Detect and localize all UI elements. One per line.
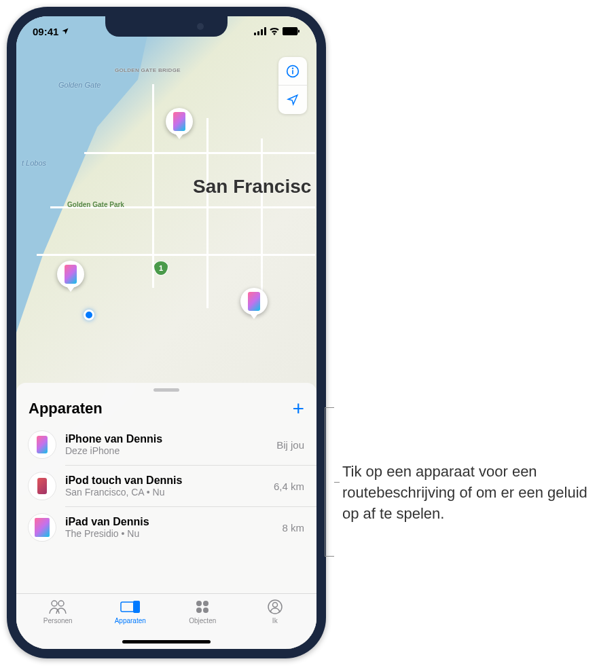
status-left: 09:41 <box>33 26 69 37</box>
device-subtitle: San Francisco, CA • Nu <box>65 487 264 498</box>
map-road <box>206 118 209 308</box>
device-pin-ipod[interactable] <box>240 288 268 315</box>
svg-rect-11 <box>121 602 134 612</box>
sheet-grabber[interactable] <box>153 388 179 392</box>
tab-label: Personen <box>43 617 73 624</box>
status-right <box>254 27 300 35</box>
items-icon <box>195 599 210 614</box>
tab-label: Apparaten <box>115 617 146 624</box>
user-location-dot <box>84 310 94 320</box>
map-park-label: Golden Gate Park <box>67 201 124 208</box>
svg-point-15 <box>196 608 202 613</box>
device-distance: 6,4 km <box>274 481 304 492</box>
add-device-button[interactable]: + <box>292 398 304 419</box>
map-info-button[interactable] <box>278 57 307 86</box>
svg-point-9 <box>52 601 57 606</box>
device-thumb <box>29 514 56 541</box>
device-distance: 8 km <box>282 522 304 534</box>
device-icon <box>65 265 77 284</box>
map-road <box>152 84 154 288</box>
map-locate-button[interactable] <box>278 86 307 114</box>
svg-rect-2 <box>261 29 263 35</box>
phone-frame: 09:41 San Francisc Golden Gate t Lobos G… <box>7 7 326 658</box>
notch <box>105 16 228 37</box>
device-name: iPad van Dennis <box>65 516 272 528</box>
callout-bracket <box>325 407 334 557</box>
svg-point-10 <box>58 601 64 606</box>
sheet-title: Apparaten <box>29 400 103 417</box>
svg-rect-12 <box>133 601 140 613</box>
tab-label: Ik <box>272 617 278 624</box>
device-pin-ipad[interactable] <box>166 108 193 135</box>
battery-icon <box>283 27 300 35</box>
device-icon <box>173 112 185 131</box>
device-subtitle: Deze iPhone <box>65 445 267 456</box>
svg-rect-4 <box>283 27 297 35</box>
home-indicator[interactable] <box>122 640 211 643</box>
sheet-header: Apparaten + <box>16 398 316 424</box>
people-icon <box>48 599 67 614</box>
person-icon <box>268 599 283 614</box>
map-water-label: t Lobos <box>22 159 46 167</box>
location-arrow-icon <box>287 94 299 106</box>
map-road <box>84 152 315 154</box>
svg-point-16 <box>203 608 209 613</box>
devices-sheet[interactable]: Apparaten + iPhone van Dennis Deze iPhon… <box>16 383 316 649</box>
map-city-label: San Francisc <box>193 176 311 198</box>
callout-tick <box>334 482 340 483</box>
info-icon <box>286 64 300 78</box>
status-time: 09:41 <box>33 26 58 37</box>
svg-rect-0 <box>254 33 256 35</box>
highway-shield: 1 <box>153 261 168 276</box>
device-subtitle: The Presidio • Nu <box>65 528 272 539</box>
location-arrow-icon <box>61 27 69 35</box>
device-distance: Bij jou <box>276 439 304 451</box>
map-water <box>16 16 151 333</box>
map-controls <box>278 57 307 114</box>
annotation-callout: Tik op een apparaat voor een routebeschr… <box>340 421 604 524</box>
device-list: iPhone van Dennis Deze iPhone Bij jou iP… <box>16 424 316 593</box>
device-row-ipad[interactable]: iPad van Dennis The Presidio • Nu 8 km <box>16 507 316 548</box>
cellular-icon <box>254 27 266 35</box>
svg-rect-5 <box>298 30 300 33</box>
device-name: iPod touch van Dennis <box>65 474 264 487</box>
svg-point-14 <box>203 601 209 606</box>
tab-people[interactable]: Personen <box>22 598 94 649</box>
ipad-icon <box>35 518 50 537</box>
wifi-icon <box>269 27 280 35</box>
svg-point-13 <box>196 601 202 606</box>
tab-me[interactable]: Ik <box>239 598 312 649</box>
ipod-icon <box>37 478 47 494</box>
device-thumb <box>29 472 56 500</box>
devices-icon <box>120 599 141 614</box>
map-bridge-label: GOLDEN GATE BRIDGE <box>115 67 181 73</box>
map-water-label: Golden Gate <box>58 81 101 89</box>
phone-screen: 09:41 San Francisc Golden Gate t Lobos G… <box>16 16 316 649</box>
map-road <box>261 138 263 308</box>
callout-text: Tik op een apparaat voor een routebeschr… <box>340 421 604 524</box>
device-row-iphone[interactable]: iPhone van Dennis Deze iPhone Bij jou <box>16 424 316 465</box>
map-road <box>37 254 315 256</box>
device-name: iPhone van Dennis <box>65 433 267 445</box>
svg-rect-1 <box>257 31 259 35</box>
tab-label: Objecten <box>189 617 216 624</box>
device-icon <box>248 292 260 311</box>
svg-rect-3 <box>264 27 266 35</box>
device-row-ipod[interactable]: iPod touch van Dennis San Francisco, CA … <box>16 466 316 506</box>
svg-point-18 <box>272 603 277 608</box>
device-pin-iphone[interactable] <box>57 261 84 288</box>
device-thumb <box>29 431 56 458</box>
svg-point-8 <box>293 68 293 69</box>
iphone-icon <box>37 436 48 453</box>
